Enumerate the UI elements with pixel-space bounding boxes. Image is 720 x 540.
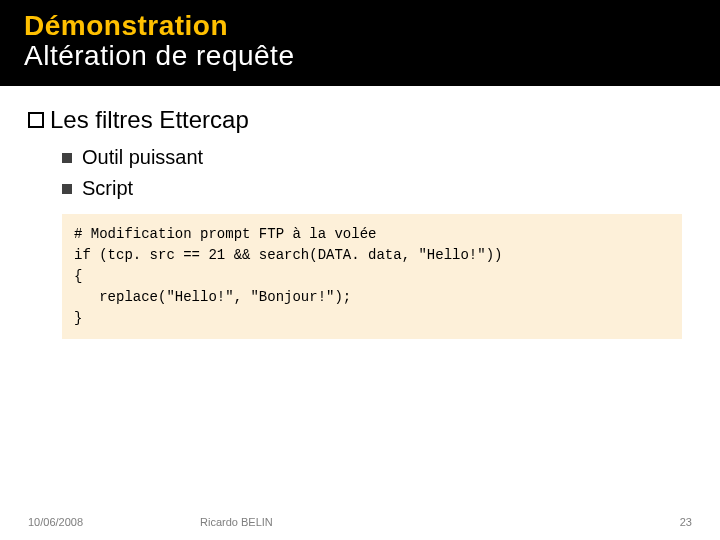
solid-square-icon: [62, 153, 72, 163]
footer-author: Ricardo BELIN: [200, 516, 273, 528]
footer-date: 10/06/2008: [28, 516, 83, 528]
solid-square-icon: [62, 184, 72, 194]
list-item: Outil puissant: [62, 146, 692, 169]
square-bullet-icon: [28, 112, 44, 128]
slide: Démonstration Altération de requête Les …: [0, 0, 720, 540]
title-line2: Altération de requête: [24, 40, 696, 72]
heading-text: Les filtres Ettercap: [50, 106, 249, 134]
content-area: Les filtres Ettercap Outil puissant Scri…: [0, 86, 720, 339]
heading-row: Les filtres Ettercap: [28, 106, 692, 134]
list-item: Script: [62, 177, 692, 200]
footer: 10/06/2008 Ricardo BELIN 23: [0, 516, 720, 528]
title-line1: Démonstration: [24, 10, 696, 42]
sub-list: Outil puissant Script: [62, 146, 692, 200]
list-item-label: Script: [82, 177, 133, 200]
list-item-label: Outil puissant: [82, 146, 203, 169]
footer-page: 23: [680, 516, 692, 528]
title-bar: Démonstration Altération de requête: [0, 0, 720, 86]
code-block: # Modification prompt FTP à la volée if …: [62, 214, 682, 339]
